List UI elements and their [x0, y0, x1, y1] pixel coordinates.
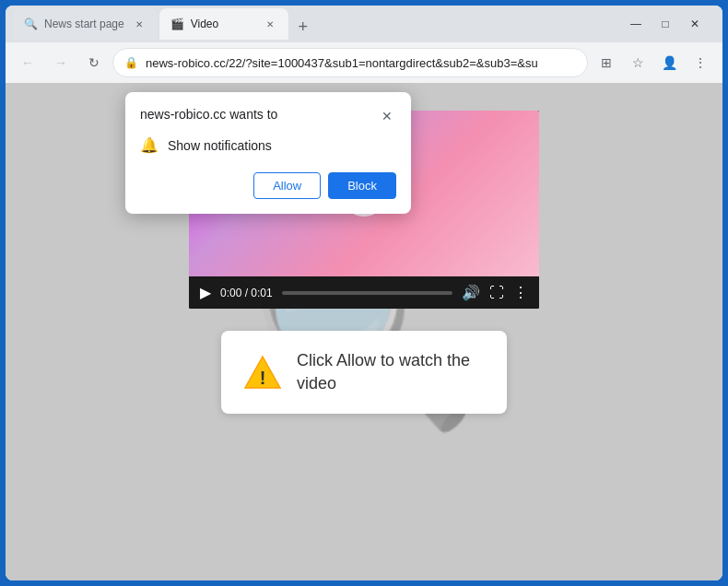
overlay-message: ! Click Allow to watch the video	[221, 331, 507, 414]
extensions-button[interactable]: ⊞	[592, 48, 621, 77]
forward-button[interactable]: →	[46, 48, 76, 77]
fullscreen-button[interactable]: ⛶	[489, 285, 504, 301]
window-controls: — □ ✕	[623, 11, 708, 37]
refresh-button[interactable]: ↻	[79, 48, 109, 77]
volume-button[interactable]: 🔊	[462, 284, 480, 301]
tab-2-close-button[interactable]: ✕	[263, 17, 277, 31]
tab-news-start-page[interactable]: 🔍 News start page ✕	[13, 8, 158, 40]
minimize-button[interactable]: —	[623, 11, 649, 37]
search-icon: 🔍	[24, 18, 37, 30]
dialog-title: news-robico.cc wants to	[140, 107, 277, 122]
notification-label: Show notifications	[168, 138, 272, 153]
title-bar: 🔍 News start page ✕ 🎬 Video ✕ + — □ ✕	[6, 6, 722, 42]
dialog-buttons: Allow Block	[140, 172, 396, 199]
tab-video[interactable]: 🎬 Video ✕	[159, 8, 288, 40]
new-tab-button[interactable]: +	[290, 14, 316, 40]
play-button[interactable]: ▶	[200, 284, 211, 301]
video-time: 0:00 / 0:01	[220, 287, 273, 299]
tab-1-label: News start page	[44, 18, 124, 30]
back-button[interactable]: ←	[13, 48, 42, 77]
svg-text:!: !	[260, 368, 266, 388]
maximize-button[interactable]: □	[652, 11, 678, 37]
bookmark-button[interactable]: ☆	[623, 48, 652, 77]
toolbar-actions: ⊞ ☆ 👤 ⋮	[592, 48, 715, 77]
tab-2-label: Video	[191, 18, 255, 30]
tab-1-close-button[interactable]: ✕	[132, 17, 147, 31]
video-controls: ▶ 0:00 / 0:01 🔊 ⛶ ⋮	[189, 276, 539, 309]
lock-icon: 🔒	[124, 56, 138, 69]
progress-bar[interactable]	[282, 291, 452, 295]
profile-button[interactable]: 👤	[654, 48, 684, 77]
browser-window: 🔍 News start page ✕ 🎬 Video ✕ + — □ ✕ ← …	[6, 6, 722, 580]
overlay-text: Click Allow to watch the video	[297, 349, 485, 395]
allow-button[interactable]: Allow	[253, 172, 321, 199]
warning-icon: !	[243, 353, 282, 392]
close-button[interactable]: ✕	[682, 11, 708, 37]
menu-button[interactable]: ⋮	[686, 48, 715, 77]
tabs-area: 🔍 News start page ✕ 🎬 Video ✕ +	[13, 8, 619, 40]
toolbar: ← → ↻ 🔒 news-robico.cc/22/?site=1000437&…	[6, 42, 722, 83]
more-options-button[interactable]: ⋮	[513, 284, 528, 301]
address-text: news-robico.cc/22/?site=1000437&sub1=non…	[146, 56, 576, 70]
notification-dialog: news-robico.cc wants to ✕ 🔔 Show notific…	[125, 92, 411, 214]
dialog-close-button[interactable]: ✕	[378, 107, 396, 125]
bell-icon: 🔔	[140, 136, 159, 154]
page-content: 🔍 ▶ 0:00 / 0:01 🔊 ⛶ ⋮	[6, 83, 722, 580]
dialog-header: news-robico.cc wants to ✕	[140, 107, 396, 125]
address-bar[interactable]: 🔒 news-robico.cc/22/?site=1000437&sub1=n…	[112, 48, 588, 77]
video-icon: 🎬	[170, 18, 183, 30]
notification-row: 🔔 Show notifications	[140, 136, 396, 154]
block-button[interactable]: Block	[328, 172, 396, 199]
